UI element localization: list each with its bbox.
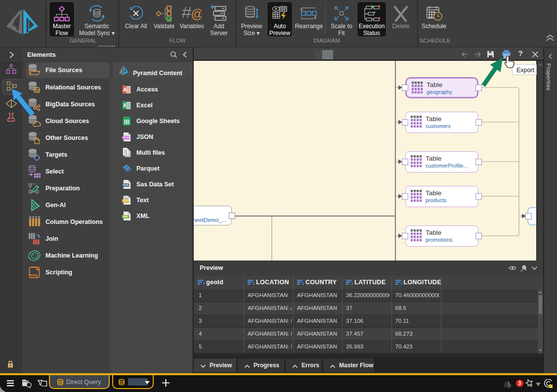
svg-text:X: X bbox=[123, 102, 127, 108]
svg-text:TEXT: TEXT bbox=[123, 199, 129, 202]
svg-text:@: @ bbox=[191, 6, 202, 21]
svg-text:SAS: SAS bbox=[123, 183, 129, 186]
svg-text:JSON: JSON bbox=[123, 136, 130, 139]
svg-text:3: 3 bbox=[518, 380, 521, 386]
svg-text:XML: XML bbox=[123, 215, 129, 218]
